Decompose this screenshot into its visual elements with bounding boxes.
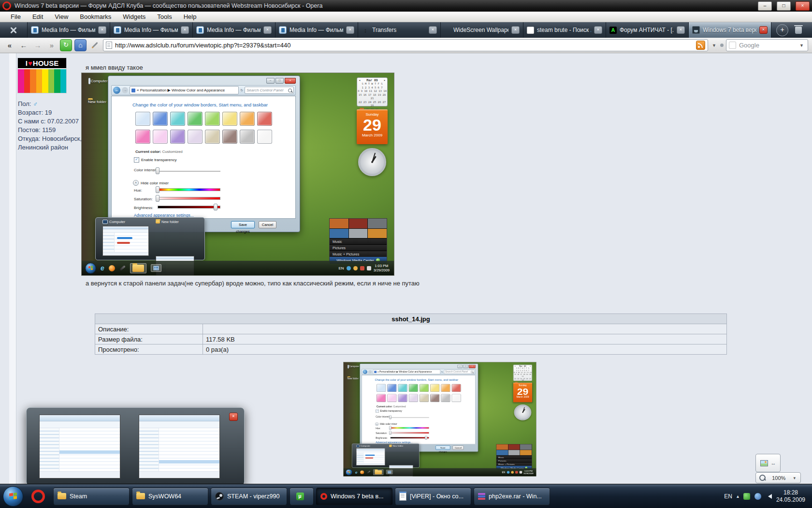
brightness-slider[interactable]: [158, 206, 220, 209]
hue-slider[interactable]: [158, 188, 220, 191]
address-input[interactable]: http://www.adslclub.ru/forum/viewtopic.p…: [103, 39, 708, 51]
start-button[interactable]: [85, 263, 96, 274]
control-panel-search-input[interactable]: Search Control Panel: [245, 87, 294, 94]
url-dropdown-icon[interactable]: ▼: [710, 43, 718, 48]
forward-button[interactable]: →: [368, 370, 372, 374]
color-swatch[interactable]: [170, 112, 185, 126]
color-swatch[interactable]: [153, 130, 168, 144]
window-thumbnail[interactable]: [356, 448, 385, 465]
network-tray-icon[interactable]: [507, 471, 510, 473]
tab-antichat-forum[interactable]: A Форум АНТИЧАТ - [... ×: [606, 22, 689, 38]
taskbar-button-syswow64[interactable]: SysWOW64: [132, 488, 208, 505]
start-button[interactable]: [3, 486, 23, 507]
color-swatch[interactable]: [398, 394, 407, 402]
hue-slider-handle[interactable]: [389, 426, 392, 430]
tab-close-icon[interactable]: ×: [429, 26, 437, 34]
media-center-item[interactable]: Music: [496, 455, 532, 459]
internet-explorer-icon[interactable]: e: [101, 264, 104, 272]
rss-icon[interactable]: [696, 41, 705, 50]
zoom-dropdown-icon[interactable]: ▾: [792, 476, 797, 480]
taskbar-button-utorrent[interactable]: µ: [290, 488, 314, 505]
saturation-slider[interactable]: [390, 432, 429, 433]
color-swatch[interactable]: [222, 112, 237, 126]
hide-color-mixer-toggle[interactable]: ˄ Hide color mixer: [375, 422, 397, 426]
note-pencil-icon[interactable]: [91, 42, 98, 48]
screenshot-clock[interactable]: 1:03 PM 3/29/2009: [374, 264, 391, 272]
rewind-button[interactable]: «: [4, 40, 15, 51]
media-center-item[interactable]: Music + Pictures: [330, 251, 387, 257]
taskbar-clock[interactable]: 18:28 24.05.2009: [776, 489, 805, 504]
desktop-icon-computer[interactable]: Computer: [86, 79, 111, 83]
internet-explorer-icon[interactable]: e: [355, 470, 358, 474]
intensity-slider-handle[interactable]: [389, 416, 392, 419]
checkbox-checked[interactable]: ✓: [134, 157, 139, 163]
color-swatch[interactable]: [377, 384, 386, 392]
thumbnail-close-icon[interactable]: ×: [229, 413, 238, 421]
color-swatch[interactable]: [153, 112, 168, 126]
color-swatch[interactable]: [257, 112, 272, 126]
close-button[interactable]: ×: [469, 365, 476, 368]
minimize-button[interactable]: –: [266, 78, 275, 84]
hidden-icons-arrow[interactable]: ▴: [737, 493, 739, 499]
flag-tray-icon[interactable]: [515, 471, 518, 473]
explorer-taskbar-button-active[interactable]: [373, 469, 383, 475]
menu-tools[interactable]: Tools: [151, 13, 177, 20]
tab-media-info-1[interactable]: Media Info — Фильмы ×: [28, 22, 110, 38]
saturation-slider-handle[interactable]: [156, 195, 160, 202]
media-center-widget[interactable]: Music Pictures Music + Pictures Windows …: [329, 218, 387, 263]
tray-icon[interactable]: [511, 471, 514, 473]
saturation-slider[interactable]: [158, 197, 220, 200]
color-swatch[interactable]: [240, 130, 255, 144]
intensity-slider[interactable]: [390, 417, 429, 418]
back-button[interactable]: ←: [113, 87, 120, 94]
hue-slider-handle[interactable]: [156, 186, 160, 193]
language-indicator[interactable]: EN: [502, 471, 506, 473]
panels-toggle-button[interactable]: [0, 22, 28, 38]
images-toggle-icon[interactable]: [760, 460, 768, 466]
back-button[interactable]: ←: [18, 40, 29, 51]
language-indicator[interactable]: EN: [724, 493, 732, 500]
flag-tray-icon[interactable]: [360, 266, 364, 270]
media-center-widget[interactable]: Music Pictures Music + Pictures Windows …: [496, 444, 532, 469]
tab-close-icon[interactable]: ×: [263, 26, 272, 34]
taskbar-button-opera-active[interactable]: Windows 7 beta в...: [316, 488, 392, 505]
media-player-icon[interactable]: [360, 470, 364, 474]
desktop-icon-new-folder[interactable]: New folder: [85, 100, 110, 104]
tab-widescreen-wallpapers[interactable]: WideScreen Wallpape... ×: [441, 22, 523, 38]
taskbar-button-winrar[interactable]: php2exe.rar - Win...: [474, 488, 550, 505]
saturation-slider-handle[interactable]: [389, 431, 392, 435]
cancel-button[interactable]: Cancel: [452, 446, 464, 449]
language-indicator[interactable]: EN: [339, 266, 344, 270]
desktop-icon-new-folder[interactable]: New folder: [345, 377, 361, 380]
save-changes-button[interactable]: Save changes: [435, 446, 450, 449]
menu-widgets[interactable]: Widgets: [117, 13, 151, 20]
color-swatch[interactable]: [377, 394, 386, 402]
intensity-slider-handle[interactable]: [156, 167, 160, 174]
maximize-button[interactable]: □: [463, 365, 468, 368]
refresh-icon[interactable]: ↻: [240, 89, 243, 92]
color-swatch[interactable]: [398, 384, 407, 392]
refresh-icon[interactable]: ↻: [441, 371, 443, 373]
tab-close-icon[interactable]: ×: [594, 26, 602, 34]
cancel-button[interactable]: Cancel: [259, 221, 276, 228]
taskbar-button-viper-notepad[interactable]: [ViPER] - Окно со...: [395, 488, 471, 505]
forward-button[interactable]: →: [122, 87, 128, 93]
tab-media-info-4[interactable]: Media Info — Фильм... ×: [276, 22, 358, 38]
calendar-gadget[interactable]: ◂ Mar 09 ▸ S M T W T F S 1 2 3 4 5 6 7 8…: [357, 77, 388, 106]
close-button[interactable]: ×: [796, 1, 810, 11]
tab-transfers[interactable]: ↕ Transfers ×: [358, 22, 441, 38]
menu-file[interactable]: File: [5, 13, 27, 20]
color-swatch[interactable]: [430, 384, 439, 392]
menu-edit[interactable]: Edit: [27, 13, 49, 20]
clock-gadget[interactable]: [358, 148, 386, 176]
brightness-slider-handle[interactable]: [214, 204, 218, 210]
color-swatch[interactable]: [188, 130, 203, 144]
tab-windows7-beta-active[interactable]: Windows 7 beta верс... ×: [689, 22, 771, 38]
intensity-slider[interactable]: [158, 171, 220, 172]
paint-brush-icon[interactable]: [119, 265, 126, 270]
tray-icon-network[interactable]: [754, 493, 761, 500]
menu-help[interactable]: Help: [178, 13, 203, 20]
clock-gadget[interactable]: [514, 404, 532, 420]
color-swatch[interactable]: [170, 130, 185, 144]
color-swatch[interactable]: [240, 112, 255, 126]
